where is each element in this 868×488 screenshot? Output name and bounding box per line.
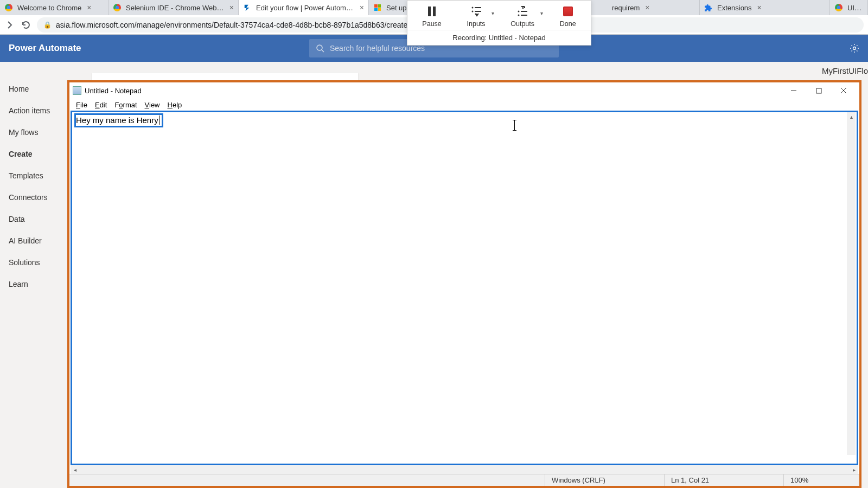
done-label: Done [560,20,576,28]
tab-label: Set up [386,4,407,12]
sidebar-item-home[interactable]: Home [0,78,71,100]
text-cursor-icon [514,120,515,131]
svg-point-10 [518,11,520,12]
menu-format[interactable]: Format [111,100,140,110]
stop-icon [561,5,575,18]
notepad-titlebar[interactable]: Untitled - Notepad [69,82,859,99]
notepad-statusbar: Windows (CRLF) Ln 1, Col 21 100% [69,474,859,486]
tab-label: Selenium IDE - Chrome Web Sto [126,4,224,12]
scroll-left-icon[interactable]: ◂ [71,465,79,474]
svg-rect-3 [428,7,431,16]
tab-welcome[interactable]: Welcome to Chrome × [0,0,108,15]
chevron-down-icon[interactable]: ▾ [492,10,494,16]
tab-label: Edit your flow | Power Automate [256,4,354,12]
recorder-status: Recording: Untitled - Notepad [407,30,591,45]
scroll-up-icon[interactable]: ▴ [847,112,856,121]
menu-edit[interactable]: Edit [92,100,110,110]
chrome-icon [4,3,13,12]
pause-button[interactable]: Pause [419,4,444,29]
close-icon[interactable]: × [360,4,364,11]
outputs-icon [516,5,529,18]
recorded-text-highlight: Hey my name is Henry [74,113,163,127]
forward-button[interactable] [4,20,15,30]
recorder-toolbar: Pause Inputs ▾ Outputs ▾ Done Recording:… [407,0,591,46]
tab-requirements[interactable]: requirem × [608,0,700,15]
menu-help[interactable]: Help [164,100,186,110]
inputs-icon [470,5,483,18]
maximize-button[interactable] [806,82,831,99]
svg-line-1 [322,50,324,52]
gear-icon[interactable] [850,43,859,53]
notepad-window: Untitled - Notepad File Edit Format View… [67,80,861,488]
tab-label: Welcome to Chrome [17,4,81,12]
close-button[interactable] [831,82,856,99]
horizontal-scrollbar[interactable]: ◂ ▸ [71,465,858,474]
svg-point-5 [471,7,473,9]
chevron-down-icon[interactable]: ▾ [540,10,543,16]
flow-name-label: MyFirstUIFlo [822,66,868,75]
pause-icon [425,5,438,18]
notepad-editor-frame: Hey my name is Henry ▴ [71,111,858,465]
sidebar-item-ai-builder[interactable]: AI Builder [0,230,71,252]
close-icon[interactable]: × [229,4,234,11]
svg-rect-4 [433,7,436,16]
status-position: Ln 1, Col 21 [664,474,783,486]
tab-selenium[interactable]: Selenium IDE - Chrome Web Sto × [108,0,239,15]
sidebar-item-solutions[interactable]: Solutions [0,252,71,273]
outputs-button[interactable]: Outputs ▾ [507,4,538,29]
sidebar-item-templates[interactable]: Templates [0,165,71,187]
menu-view[interactable]: View [142,100,163,110]
extension-icon [704,3,713,12]
search-icon [316,44,324,53]
microsoft-icon [373,3,382,12]
sidebar-item-data[interactable]: Data [0,208,71,230]
sidebar-item-create[interactable]: Create [0,143,71,165]
vertical-scrollbar[interactable]: ▴ [847,112,856,455]
status-zoom: 100% [783,474,859,486]
power-automate-icon [243,3,252,12]
svg-point-2 [853,47,856,50]
tab-label: requirem [612,4,640,12]
tab-label: UI flows in Microsoft Power Au [847,4,863,12]
lock-icon: 🔒 [43,21,52,29]
chrome-icon [834,3,843,12]
tab-label: Extensions [717,4,752,12]
status-encoding: Windows (CRLF) [545,474,664,486]
inputs-button[interactable]: Inputs ▾ [464,4,489,29]
svg-point-12 [518,15,520,16]
chrome-icon [113,3,122,12]
notepad-editor[interactable]: Hey my name is Henry [72,112,857,464]
menu-file[interactable]: File [73,100,91,110]
editor-text: Hey my name is Henry [76,115,158,125]
notepad-menubar: File Edit Format View Help [69,99,859,111]
tab-ui-flows[interactable]: UI flows in Microsoft Power Au [830,0,868,15]
reload-button[interactable] [21,20,31,30]
url-text: asia.flow.microsoft.com/manage/environme… [56,21,407,29]
inputs-label: Inputs [467,20,486,28]
tab-extensions[interactable]: Extensions × [700,0,830,15]
close-icon[interactable]: × [757,4,762,11]
pause-label: Pause [422,20,441,28]
svg-point-0 [317,45,322,50]
brand-label: Power Automate [9,43,81,54]
minimize-button[interactable] [781,82,806,99]
sidebar-item-learn[interactable]: Learn [0,273,71,295]
svg-rect-18 [816,88,821,93]
sidebar-item-action-items[interactable]: Action items [0,100,71,121]
done-button[interactable]: Done [557,4,579,29]
close-icon[interactable]: × [645,4,649,11]
close-icon[interactable]: × [87,4,91,11]
notepad-icon [73,86,81,95]
scroll-right-icon[interactable]: ▸ [850,465,858,474]
svg-point-7 [471,11,473,12]
pa-sidebar: Home Action items My flows Create Templa… [0,62,71,488]
notepad-title-text: Untitled - Notepad [85,87,142,95]
sidebar-item-connectors[interactable]: Connectors [0,187,71,208]
sidebar-item-my-flows[interactable]: My flows [0,121,71,143]
tab-power-automate[interactable]: Edit your flow | Power Automate × [239,0,369,15]
outputs-label: Outputs [510,20,534,28]
